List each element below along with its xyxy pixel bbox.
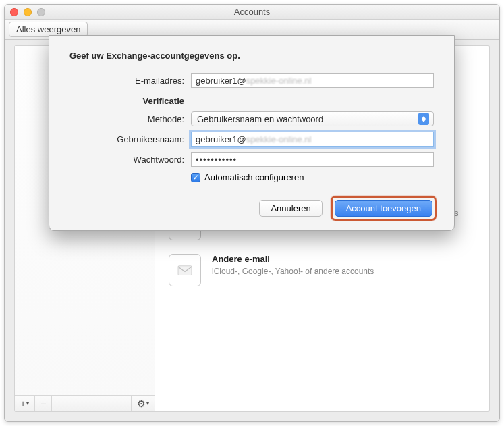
verification-section-label: Verificatie bbox=[69, 96, 191, 106]
add-account-highlight: Account toevoegen bbox=[331, 196, 437, 221]
email-label: E-mailadres: bbox=[69, 76, 191, 86]
account-type-other[interactable]: Andere e-mail iCloud-, Google-, Yahoo!- … bbox=[169, 254, 476, 286]
gear-icon: ⚙ bbox=[137, 398, 146, 409]
close-window-icon[interactable] bbox=[10, 8, 18, 16]
zoom-window-icon bbox=[37, 8, 45, 16]
svg-rect-3 bbox=[178, 266, 192, 275]
method-label: Methode: bbox=[69, 114, 191, 124]
plus-icon: + bbox=[20, 398, 26, 409]
method-select[interactable]: Gebruikersnaam en wachtwoord bbox=[191, 111, 434, 126]
window-controls bbox=[10, 8, 45, 16]
sidebar-footer: +▾ − ⚙▾ bbox=[15, 395, 155, 411]
add-account-button[interactable]: Account toevoegen bbox=[335, 200, 432, 217]
username-label: Gebruikersnaam: bbox=[69, 134, 191, 144]
sheet-title: Geef uw Exchange-accountgegevens op. bbox=[69, 51, 434, 61]
mail-icon bbox=[169, 254, 201, 286]
auto-configure-label: Automatisch configureren bbox=[204, 172, 304, 182]
password-field[interactable]: ••••••••••• bbox=[191, 152, 434, 167]
minimize-window-icon[interactable] bbox=[24, 8, 32, 16]
remove-account-button[interactable]: − bbox=[35, 396, 52, 411]
other-title: Andere e-mail bbox=[212, 254, 476, 264]
password-label: Wachtwoord: bbox=[69, 155, 191, 165]
auto-configure-checkbox[interactable]: ✓ bbox=[191, 173, 200, 182]
sheet-button-row: Annuleren Account toevoegen bbox=[259, 196, 437, 221]
exchange-account-sheet: Geef uw Exchange-accountgegevens op. E-m… bbox=[49, 35, 455, 231]
checkmark-icon: ✓ bbox=[193, 174, 198, 181]
email-field[interactable]: gebruiker1@spekkie-online.nl bbox=[191, 73, 434, 88]
method-selected-value: Gebruikersnaam en wachtwoord bbox=[197, 114, 323, 124]
other-subtitle: iCloud-, Google-, Yahoo!- of andere acco… bbox=[212, 266, 476, 277]
cancel-button[interactable]: Annuleren bbox=[259, 200, 322, 217]
select-arrows-icon bbox=[418, 113, 429, 125]
settings-button[interactable]: ⚙▾ bbox=[131, 396, 155, 411]
chevron-down-icon: ▾ bbox=[26, 400, 29, 406]
add-account-button[interactable]: +▾ bbox=[15, 396, 35, 411]
window-title: Accounts bbox=[5, 7, 499, 17]
chevron-down-icon: ▾ bbox=[146, 400, 149, 406]
titlebar: Accounts bbox=[5, 5, 499, 20]
username-field[interactable]: gebruiker1@spekkie-online.nl bbox=[191, 132, 434, 147]
